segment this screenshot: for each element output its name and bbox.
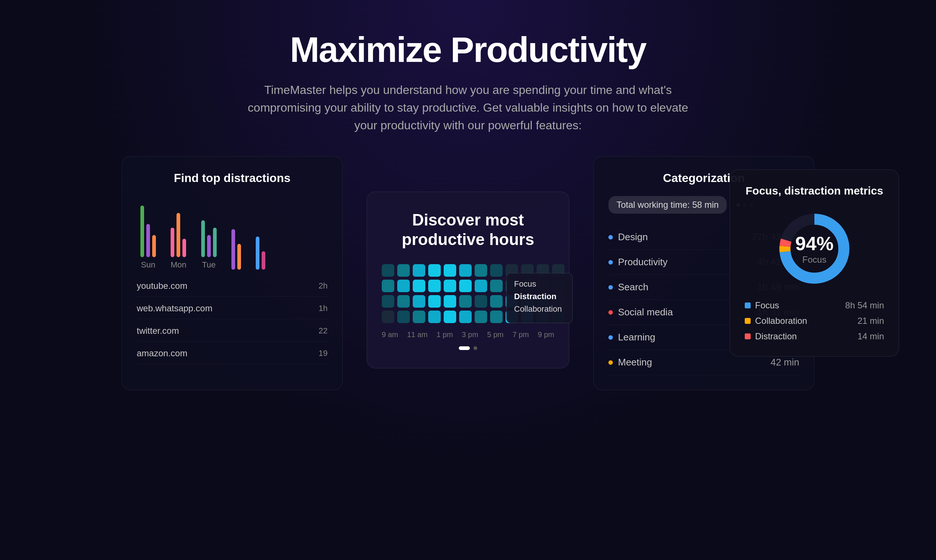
heatmap-cell (490, 280, 503, 292)
legend-name-distraction: Distraction (755, 331, 797, 342)
time-label-11am: 11 am (407, 331, 428, 339)
cat-name-meeting: Meeting (618, 357, 652, 368)
site-name-whatsapp: web.whatsapp.com (137, 303, 212, 314)
heatmap-cell (490, 295, 503, 308)
day-tue: Tue (202, 260, 216, 270)
heatmap-tooltip: Focus Distraction Collaboration (506, 273, 573, 323)
cat-name-search: Search (618, 282, 648, 293)
heatmap-cell (490, 264, 503, 277)
heatmap-cell (428, 264, 441, 277)
time-label-3pm: 3 pm (462, 331, 478, 339)
heatmap-cell (397, 295, 410, 308)
bar-mon-1 (171, 228, 174, 257)
site-time-youtube: 2h (319, 281, 328, 291)
site-time-twitter: 22 (319, 326, 328, 335)
bar-sun-3 (152, 235, 156, 257)
site-row-whatsapp: web.whatsapp.com 1h (137, 303, 328, 319)
time-label-7pm: 7 pm (513, 331, 529, 339)
legend-time-distraction: 14 min (857, 331, 884, 342)
bar-sun-1 (140, 206, 144, 257)
day-mon: Mon (171, 260, 186, 270)
heatmap-cell (459, 295, 472, 308)
bar-tue-1 (201, 220, 205, 257)
legend-row-distraction: Distraction 14 min (745, 331, 884, 342)
time-label-9am: 9 am (382, 331, 398, 339)
tooltip-focus: Focus (514, 279, 565, 289)
site-row-youtube: youtube.com 2h (137, 281, 328, 297)
cat-color-design (608, 235, 613, 240)
heatmap-cell (444, 311, 456, 323)
legend-row-focus: Focus 8h 54 min (745, 300, 884, 311)
bar-group-tue: Tue (201, 220, 217, 270)
sites-list: youtube.com 2h web.whatsapp.com 1h twitt… (137, 281, 328, 364)
heatmap-cell (397, 280, 410, 292)
bar-chart: Sun Mon Tue (137, 196, 328, 270)
bar-group-wed (231, 229, 241, 270)
cat-badge: Total working time: 58 min (608, 196, 727, 214)
bar-group-sun: Sun (140, 206, 156, 270)
site-time-whatsapp: 1h (319, 303, 328, 313)
hero-subtitle: TimeMaster helps you understand how you … (247, 81, 689, 134)
heatmap-cell (382, 264, 394, 277)
heatmap-cell (397, 264, 410, 277)
heatmap-cell (413, 280, 425, 292)
heatmap-cell (475, 311, 487, 323)
heatmap-cell (490, 311, 503, 323)
cat-color-social (608, 310, 613, 315)
time-label-9pm: 9 pm (538, 331, 554, 339)
legend-dot-collaboration (745, 318, 751, 324)
cat-color-meeting (608, 360, 613, 365)
slide-dot-2[interactable] (474, 346, 477, 350)
site-row-twitter: twitter.com 22 (137, 326, 328, 342)
day-sun: Sun (141, 260, 155, 270)
heatmap-cell (459, 311, 472, 323)
cat-name-productivity: Productivity (618, 257, 667, 268)
bar-mon-3 (182, 239, 186, 257)
cat-time-meeting: 42 min (771, 357, 799, 368)
site-name-youtube: youtube.com (137, 281, 187, 291)
legend-dot-focus (745, 303, 751, 308)
heatmap-cell (397, 311, 410, 323)
card-distractions: Find top distractions Sun Mon (122, 156, 343, 390)
heatmap-cell (382, 311, 394, 323)
heatmap-cell (413, 295, 425, 308)
slide-dot-1[interactable] (459, 346, 470, 350)
donut-center: 94% Focus (795, 232, 834, 265)
legend-time-collaboration: 21 min (857, 316, 884, 326)
heatmap-cell (459, 264, 472, 277)
heatmap-cell (444, 280, 456, 292)
bar-tue-2 (207, 235, 211, 257)
hero-section: Maximize Productivity TimeMaster helps y… (0, 0, 936, 156)
heatmap-cell (413, 264, 425, 277)
heatmap-cell (428, 295, 441, 308)
heatmap-cell (382, 280, 394, 292)
bar-wed-1 (231, 229, 235, 270)
card-focus-metrics: Focus, distraction metrics 94% Focus Foc… (730, 169, 899, 357)
productive-title: Discover most productive hours (382, 210, 554, 249)
legend-dot-distraction (745, 334, 751, 339)
bar-thu-2 (262, 251, 265, 270)
heatmap-cell (428, 280, 441, 292)
cat-name-design: Design (618, 231, 648, 243)
bar-sun-2 (146, 224, 150, 257)
heatmap-cell (475, 280, 487, 292)
site-name-twitter: twitter.com (137, 326, 179, 336)
site-time-amazon: 19 (319, 349, 328, 358)
focus-percent: 94% (795, 232, 834, 255)
tooltip-distraction: Distraction (514, 292, 565, 302)
heatmap-cell (382, 295, 394, 308)
cat-color-productivity (608, 260, 613, 265)
legend-time-focus: 8h 54 min (845, 300, 884, 311)
heatmap-cell (428, 311, 441, 323)
cat-color-learning (608, 335, 613, 340)
time-label-5pm: 5 pm (487, 331, 503, 339)
heatmap-cell (413, 311, 425, 323)
tooltip-collaboration: Collaboration (514, 304, 565, 314)
bar-wed-2 (237, 244, 241, 270)
legend-name-collaboration: Collaboration (755, 316, 807, 326)
heatmap-cell (444, 264, 456, 277)
heatmap-cell (475, 264, 487, 277)
bar-group-mon: Mon (171, 213, 186, 270)
cat-name-social: Social media (618, 306, 673, 318)
hero-title: Maximize Productivity (15, 29, 921, 70)
